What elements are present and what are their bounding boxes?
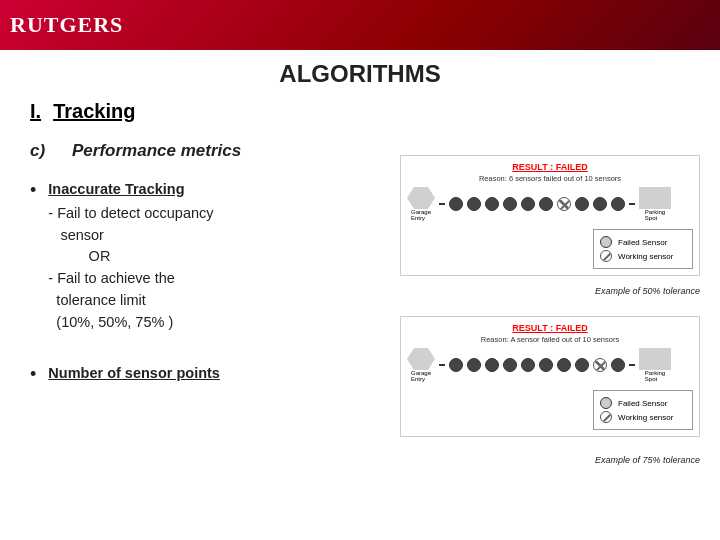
svg-line-1 [560, 200, 570, 210]
subsection-performance: c) Performance metrics [30, 141, 400, 161]
garage-entry-label-2: GarageEntry [411, 370, 431, 382]
sensor-1-4 [503, 197, 517, 211]
svg-line-2 [602, 252, 612, 262]
subsection-title: Performance metrics [72, 141, 241, 161]
arrow-2a [439, 364, 445, 366]
bullet-sensor-points: • Number of sensor points [30, 363, 400, 385]
header: RUTGERS [0, 0, 720, 50]
bullet-icon-2: • [30, 364, 36, 385]
sensor-2-9 [593, 358, 607, 372]
bullet-2-title: Number of sensor points [48, 365, 220, 381]
parking-spot-box-2 [639, 348, 671, 370]
sensor-1-6 [539, 197, 553, 211]
garage-entry-label-1: GarageEntry [411, 209, 431, 221]
garage-entry-hex-1 [407, 187, 435, 209]
sensor-1-2 [467, 197, 481, 211]
sensor-2-1 [449, 358, 463, 372]
sensor-row-2: GarageEntry ParkingSpot [407, 348, 693, 382]
garage-entry-hex-2 [407, 348, 435, 370]
legend-2: Failed Sensor Working sensor [593, 390, 693, 430]
parking-spot-box-1 [639, 187, 671, 209]
svg-line-5 [602, 413, 612, 423]
result-failed-1: RESULT : FAILED [407, 162, 693, 172]
sensor-2-8 [575, 358, 589, 372]
parking-spot-label-2: ParkingSpot [645, 370, 665, 382]
rutgers-logo: RUTGERS [10, 12, 123, 38]
bullet-1-title: Inaccurate Tracking [48, 179, 213, 201]
subsection-label: c) [30, 141, 58, 161]
result-failed-2: RESULT : FAILED [407, 323, 693, 333]
sensor-2-10 [611, 358, 625, 372]
section-title: Tracking [53, 100, 135, 123]
sensor-1-8 [575, 197, 589, 211]
diagram-75-percent: RESULT : FAILED Reason: A sensor failed … [400, 316, 700, 437]
arrow-1a [439, 203, 445, 205]
bullet-1-or: OR [48, 248, 110, 264]
sensor-1-9 [593, 197, 607, 211]
sensor-2-7 [557, 358, 571, 372]
bullet-2-content: Number of sensor points [48, 363, 220, 385]
parking-spot-label-1: ParkingSpot [645, 209, 665, 221]
bullet-icon-1: • [30, 180, 36, 201]
legend-failed-dot-1 [600, 236, 612, 248]
bullet-1-line-3: - Fail to achieve the [48, 270, 175, 286]
svg-line-4 [596, 361, 606, 371]
sensor-2-5 [521, 358, 535, 372]
legend-failed-1: Failed Sensor [600, 236, 686, 248]
sensor-2-2 [467, 358, 481, 372]
bullet-1-line-4: tolerance limit [48, 292, 146, 308]
arrow-1b [629, 203, 635, 205]
legend-working-dot-2 [600, 411, 612, 423]
legend-working-dot-1 [600, 250, 612, 262]
diagram-50-percent: RESULT : FAILED Reason: 6 sensors failed… [400, 155, 700, 276]
sensor-row-1: GarageEntry ParkingSpot [407, 187, 693, 221]
legend-failed-2: Failed Sensor [600, 397, 686, 409]
legend-failed-dot-2 [600, 397, 612, 409]
sensor-1-7 [557, 197, 571, 211]
legend-failed-label-2: Failed Sensor [618, 399, 667, 408]
legend-1: Failed Sensor Working sensor [593, 229, 693, 269]
sensor-1-5 [521, 197, 535, 211]
sensor-1-1 [449, 197, 463, 211]
legend-working-1: Working sensor [600, 250, 686, 262]
bullet-1-line-2: sensor [48, 227, 104, 243]
bullet-1-content: Inaccurate Tracking - Fail to detect occ… [48, 179, 213, 333]
section-heading: I. Tracking [30, 100, 400, 123]
section-numeral: I. [30, 100, 41, 123]
sensor-2-6 [539, 358, 553, 372]
page-title: ALGORITHMS [0, 60, 720, 88]
reason-text-2: Reason: A sensor failed out of 10 sensor… [407, 335, 693, 344]
bullet-1-line-1: - Fail to detect occupancy [48, 205, 213, 221]
tolerance-50-label: Example of 50% tolerance [400, 286, 700, 296]
bullet-inaccurate-tracking: • Inaccurate Tracking - Fail to detect o… [30, 179, 400, 333]
left-content: I. Tracking c) Performance metrics • Ina… [30, 100, 400, 397]
legend-working-label-1: Working sensor [618, 252, 673, 261]
legend-failed-label-1: Failed Sensor [618, 238, 667, 247]
arrow-2b [629, 364, 635, 366]
legend-working-label-2: Working sensor [618, 413, 673, 422]
legend-working-2: Working sensor [600, 411, 686, 423]
sensor-2-3 [485, 358, 499, 372]
sensor-1-3 [485, 197, 499, 211]
tolerance-75-label: Example of 75% tolerance [400, 455, 700, 465]
sensor-1-10 [611, 197, 625, 211]
diagrams-area: RESULT : FAILED Reason: 6 sensors failed… [400, 155, 700, 465]
reason-text-1: Reason: 6 sensors failed out of 10 senso… [407, 174, 693, 183]
bullet-1-line-5: (10%, 50%, 75% ) [48, 314, 173, 330]
sensor-2-4 [503, 358, 517, 372]
